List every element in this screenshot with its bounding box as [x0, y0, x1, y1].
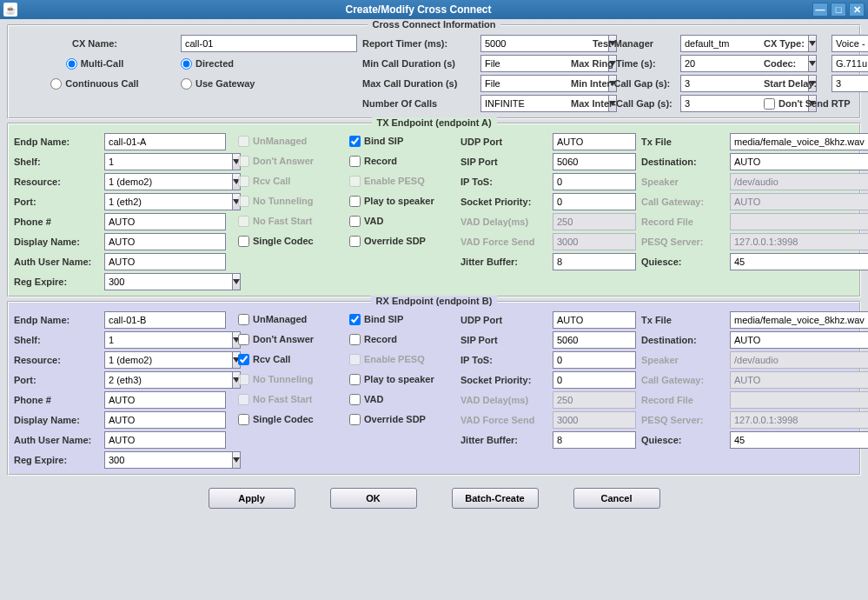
record-file-label: Record File: [641, 395, 725, 405]
max-ring-time-combo[interactable]: [680, 55, 759, 72]
vad-delay-input: [553, 213, 636, 230]
play-to-speaker-checkbox[interactable]: Play to speaker: [349, 196, 434, 207]
test-manager-combo[interactable]: [680, 35, 759, 52]
apply-button[interactable]: Apply: [209, 488, 295, 509]
shelf-combo[interactable]: [104, 153, 226, 170]
max-inter-call-gap-label: Max Inter-Call Gap (s):: [571, 98, 675, 109]
single-codec-checkbox[interactable]: Single Codec: [238, 236, 314, 247]
record-file-input: [730, 213, 868, 230]
pesq-server-input: [730, 233, 868, 250]
shelf-label: Shelf:: [14, 335, 99, 345]
quiesce-label: Quiesce:: [641, 435, 725, 445]
endp-name-input[interactable]: [104, 133, 226, 150]
tx-file-input[interactable]: [730, 311, 868, 329]
socket-priority-input[interactable]: [553, 371, 636, 389]
close-button[interactable]: ✕: [849, 3, 865, 17]
destination-input[interactable]: [730, 331, 868, 349]
cross-connect-info-panel: Cross Connect Information CX Name: Repor…: [7, 24, 861, 119]
cx-name-input[interactable]: [181, 35, 357, 52]
dont-send-rtp-checkbox[interactable]: Don't Send RTP: [764, 98, 868, 110]
quiesce-combo[interactable]: [730, 253, 868, 270]
no-fast-start-checkbox: No Fast Start: [238, 394, 312, 405]
destination-label: Destination:: [641, 335, 725, 345]
tx-file-input[interactable]: [730, 133, 868, 150]
auth-user-name-label: Auth User Name:: [14, 257, 99, 267]
use-gateway-radio[interactable]: Use Gateway: [181, 78, 357, 90]
start-delay-combo[interactable]: [832, 75, 868, 92]
sip-port-input[interactable]: [553, 331, 636, 349]
multi-call-radio[interactable]: Multi-Call: [14, 58, 176, 70]
jitter-buffer-input[interactable]: [553, 431, 636, 449]
auth-user-name-input[interactable]: [104, 431, 226, 449]
auth-user-name-input[interactable]: [104, 253, 226, 270]
ip-tos-input[interactable]: [553, 351, 636, 369]
phone-label: Phone #: [14, 395, 99, 405]
ip-tos-input[interactable]: [553, 173, 636, 190]
batch-create-button[interactable]: Batch-Create: [452, 488, 539, 509]
phone-input[interactable]: [104, 213, 226, 230]
reg-expire-combo[interactable]: [104, 273, 226, 290]
min-inter-call-gap-combo[interactable]: [680, 75, 759, 92]
ip-tos-label: IP ToS:: [461, 355, 547, 365]
port-combo[interactable]: [104, 193, 226, 210]
udp-port-input[interactable]: [553, 133, 636, 150]
title-bar: ☕ Create/Modify Cross Connect — □ ✕: [0, 0, 868, 19]
udp-port-label: UDP Port: [461, 315, 547, 325]
cancel-button[interactable]: Cancel: [573, 488, 660, 509]
phone-input[interactable]: [104, 391, 226, 409]
record-file-input: [730, 391, 868, 409]
directed-radio[interactable]: Directed: [181, 58, 357, 70]
max-call-duration-combo[interactable]: [480, 75, 566, 92]
vad-checkbox[interactable]: VAD: [349, 216, 383, 227]
number-of-calls-combo[interactable]: [480, 95, 566, 112]
override-sdp-checkbox[interactable]: Override SDP: [349, 414, 426, 425]
display-name-input[interactable]: [104, 411, 226, 429]
quiesce-combo[interactable]: [730, 431, 868, 449]
minimize-button[interactable]: —: [812, 3, 828, 17]
socket-priority-input[interactable]: [553, 193, 636, 210]
bind-sip-checkbox[interactable]: Bind SIP: [349, 314, 403, 325]
vad-force-send-input: [553, 411, 636, 429]
resource-combo[interactable]: [104, 351, 226, 369]
override-sdp-checkbox[interactable]: Override SDP: [349, 236, 426, 247]
maximize-button[interactable]: □: [831, 3, 846, 17]
reg-expire-combo[interactable]: [104, 451, 226, 469]
reg-expire-label: Reg Expire:: [14, 277, 99, 287]
port-combo[interactable]: [104, 371, 226, 389]
resource-combo[interactable]: [104, 173, 226, 190]
enable-pesq-checkbox: Enable PESQ: [349, 354, 425, 365]
max-inter-call-gap-combo[interactable]: [680, 95, 759, 112]
sip-port-label: SIP Port: [461, 157, 547, 167]
vad-delay-input: [553, 391, 636, 409]
sip-port-input[interactable]: [553, 153, 636, 170]
test-manager-label: Test Manager: [571, 38, 675, 49]
endp-name-label: Endp Name:: [14, 137, 99, 147]
continuous-call-radio[interactable]: Continuous Call: [14, 78, 176, 90]
record-checkbox[interactable]: Record: [349, 334, 397, 345]
unmanaged-checkbox[interactable]: UnManaged: [238, 314, 307, 325]
udp-port-input[interactable]: [553, 311, 636, 329]
resource-label: Resource:: [14, 177, 99, 187]
min-call-duration-combo[interactable]: [480, 55, 566, 72]
play-to-speaker-checkbox[interactable]: Play to speaker: [349, 374, 434, 385]
record-checkbox[interactable]: Record: [349, 156, 397, 167]
dont-answer-checkbox[interactable]: Don't Answer: [238, 334, 314, 345]
codec-combo[interactable]: [832, 55, 868, 72]
destination-input[interactable]: [730, 153, 868, 170]
panel-title: TX Endpoint (endpoint A): [371, 117, 496, 128]
single-codec-checkbox[interactable]: Single Codec: [238, 414, 314, 425]
vad-checkbox[interactable]: VAD: [349, 394, 383, 405]
shelf-combo[interactable]: [104, 331, 226, 349]
shelf-label: Shelf:: [14, 157, 99, 167]
rcv-call-checkbox[interactable]: Rcv Call: [238, 354, 290, 365]
report-timer-combo[interactable]: [480, 35, 566, 52]
cx-type-combo[interactable]: [832, 35, 868, 52]
endp-name-input[interactable]: [104, 311, 226, 329]
jitter-buffer-input[interactable]: [553, 253, 636, 270]
max-call-duration-label: Max Call Duration (s): [362, 78, 475, 89]
ok-button[interactable]: OK: [330, 488, 417, 509]
display-name-input[interactable]: [104, 233, 226, 250]
bind-sip-checkbox[interactable]: Bind SIP: [349, 136, 403, 147]
cx-name-label: CX Name:: [14, 38, 176, 49]
port-label: Port:: [14, 375, 99, 385]
